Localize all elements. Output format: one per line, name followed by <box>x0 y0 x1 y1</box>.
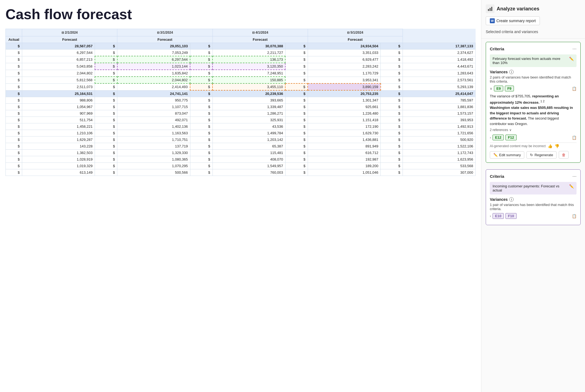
date-col-2: 3/1/2024 <box>117 29 213 36</box>
variance-text-1: The variance of $755,705, representing a… <box>490 94 577 126</box>
cell-tag-f9[interactable]: F9 <box>505 86 514 91</box>
table-row: $ 25,164,531 $ 24,741,141 $ 20,239,536 $… <box>6 90 476 97</box>
variances-info-icon-2[interactable]: i <box>509 197 514 202</box>
actual-label: Actual <box>6 36 22 43</box>
delete-button[interactable]: 🗑 <box>559 151 569 159</box>
collapse-arrow-2[interactable]: › <box>490 136 491 140</box>
table-row: $1,019,329$1,070,295$1,549,957$189,200$5… <box>6 163 476 169</box>
cell-dollar: $ <box>190 43 213 50</box>
table-row: $ 5,043,858 $ 1,023,144 $ 3,120,350 $ 2,… <box>6 63 476 70</box>
table-row: $613,149$500,566$760,003$1,051,046$307,0… <box>6 169 476 176</box>
copy-icon-3[interactable]: 📋 <box>572 214 577 218</box>
variances-label-2: Variances <box>490 197 508 202</box>
table-row: $511,754$492,071$325,931$1,151,418$393,9… <box>6 117 476 123</box>
cell-tags-row-3: › E10 F10 📋 <box>490 213 577 219</box>
cell-value: 29,051,103 <box>117 43 190 50</box>
table-row: $ 2,511,073 $ 2,414,493 $ 3,455,110 $ 3,… <box>6 83 476 90</box>
copy-icon-1[interactable]: 📋 <box>572 86 577 91</box>
table-row: $1,629,287$1,710,751$1,203,142$1,436,881… <box>6 137 476 143</box>
regenerate-label: Regenerate <box>534 153 553 157</box>
page-title: Cash flow forecast <box>5 7 476 22</box>
forecast-label-1: Forecast <box>22 36 117 43</box>
cell-tag-e12[interactable]: E12 <box>493 135 504 140</box>
cell-value: 30,070,388 <box>213 43 285 50</box>
analyze-variances-row: Analyze variances <box>486 4 581 13</box>
svg-rect-1 <box>490 8 491 11</box>
edit-icon: ✏️ <box>493 153 498 157</box>
divider-1 <box>490 143 577 143</box>
variances-header-1: Variances i <box>490 70 577 74</box>
create-summary-report-button[interactable]: W Create summary report <box>486 16 540 25</box>
ai-disclaimer-text: AI-generated content may be incorrect <box>490 144 546 148</box>
criteria-card-2-menu[interactable]: ··· <box>572 173 577 179</box>
date-header-row: 2/1/2024 3/1/2024 4/1/2024 5/1/2024 <box>6 29 476 36</box>
selected-criteria-label: Selected criteria and variances <box>486 30 581 34</box>
table-row: $1,382,503$1,329,330$115,481$616,712$1,1… <box>6 150 476 156</box>
edit-summary-button[interactable]: ✏️ Edit summary <box>490 151 524 159</box>
criteria-text-2: Incoming customer payments: Forecast vs … <box>493 184 567 192</box>
analyze-variances-title: Analyze variances <box>497 6 539 12</box>
criteria-label-1: Criteria <box>490 47 504 51</box>
references-row-1[interactable]: 2 references ∨ <box>490 128 577 132</box>
chevron-down-icon: ∨ <box>509 128 512 132</box>
criteria-card-2: Criteria ··· Incoming customer payments:… <box>486 169 581 225</box>
table-row: $988,806$950,775$393,665$1,301,347$785,5… <box>6 97 476 104</box>
variances-desc-2: 1 pair of variances has been identified … <box>490 203 577 211</box>
cell-tag-e10[interactable]: E10 <box>493 213 504 219</box>
table-row: $1,458,221$1,402,136$43,536$172,190$1,49… <box>6 123 476 130</box>
thumbs-up-icon[interactable]: 👍 <box>548 144 552 148</box>
variances-info-icon-1[interactable]: i <box>509 70 514 74</box>
right-panel: Analyze variances W Create summary repor… <box>481 0 585 392</box>
action-buttons-row: ✏️ Edit summary ↻ Regenerate 🗑 <box>490 151 577 159</box>
thumbs-down-icon[interactable]: 👎 <box>555 144 559 148</box>
criteria-text-box-2: Incoming customer payments: Forecast vs … <box>490 182 577 194</box>
cell-tag-f10[interactable]: F10 <box>505 213 516 219</box>
date-col-1: 2/1/2024 <box>22 29 117 36</box>
regenerate-button[interactable]: ↻ Regenerate <box>526 151 557 159</box>
empty-header <box>6 29 22 36</box>
variances-label-1: Variances <box>490 70 508 74</box>
table-row: $1,210,106$1,163,563$1,499,784$1,629,730… <box>6 130 476 137</box>
table-row: $ 6,297,544 $ 7,053,249 $ 2,211,727 $ 3,… <box>6 50 476 56</box>
criteria-edit-pencil-2[interactable]: ✏️ <box>569 184 574 188</box>
table-row: $907,969$873,047$1,286,271$1,226,480$1,5… <box>6 110 476 117</box>
cell-dollar: $ <box>285 43 308 50</box>
cell-value: 28,567,057 <box>22 43 95 50</box>
forecast-label-4: Forecast <box>308 36 403 43</box>
create-summary-label: Create summary report <box>496 19 536 23</box>
left-panel: Cash flow forecast 2/1/2024 3/1/2024 4/1… <box>0 0 481 392</box>
cell-tag-f12[interactable]: F12 <box>505 135 516 140</box>
cell-dollar: $ <box>6 43 22 50</box>
criteria-card-2-header: Criteria ··· <box>490 173 577 179</box>
variances-section-2: Variances i 1 pair of variances has been… <box>490 197 577 211</box>
date-col-4: 5/1/2024 <box>308 29 403 36</box>
criteria-card-1-menu[interactable]: ··· <box>572 46 577 52</box>
forecast-label-2: Forecast <box>117 36 213 43</box>
ai-disclaimer: AI-generated content may be incorrect 👍 … <box>490 144 577 148</box>
date-col-3: 4/1/2024 <box>213 29 308 36</box>
cell-value: 24,934,504 <box>308 43 380 50</box>
forecast-label-3: Forecast <box>213 36 308 43</box>
collapse-arrow-1[interactable]: ∨ <box>490 87 492 91</box>
table-row: $ 28,567,057 $ 29,051,103 $ 30,070,388 $… <box>6 43 476 50</box>
variances-desc-1: 2 pairs of variances have been identifie… <box>490 75 577 83</box>
cell-dollar: $ <box>381 43 403 50</box>
table-row: $ 5,812,568 $ 2,044,802 $ 150,885 $ 3,95… <box>6 77 476 83</box>
copy-icon-2[interactable]: 📋 <box>572 135 577 140</box>
collapse-arrow-3[interactable]: › <box>490 214 491 218</box>
cell-tag-e9[interactable]: E9 <box>494 86 503 91</box>
spreadsheet-container: 2/1/2024 3/1/2024 4/1/2024 5/1/2024 Actu… <box>5 29 476 176</box>
svg-rect-0 <box>488 9 489 11</box>
table-row: $ 6,857,213 $ 6,297,544 $ 136,173 $ 6,92… <box>6 56 476 63</box>
svg-rect-2 <box>491 7 492 11</box>
criteria-text-1: February forecast varies from actuals mo… <box>493 57 567 65</box>
table-row: $1,054,967$1,107,715$1,339,487$925,661$1… <box>6 104 476 110</box>
criteria-card-1-header: Criteria ··· <box>490 46 577 52</box>
criteria-edit-pencil-1[interactable]: ✏️ <box>569 57 574 61</box>
regenerate-icon: ↻ <box>530 153 533 157</box>
criteria-label-2: Criteria <box>490 174 504 179</box>
criteria-card-1: Criteria ··· February forecast varies fr… <box>486 42 581 163</box>
criteria-text-box-1: February forecast varies from actuals mo… <box>490 54 577 67</box>
data-table: 2/1/2024 3/1/2024 4/1/2024 5/1/2024 Actu… <box>5 29 476 176</box>
word-icon: W <box>490 18 495 23</box>
